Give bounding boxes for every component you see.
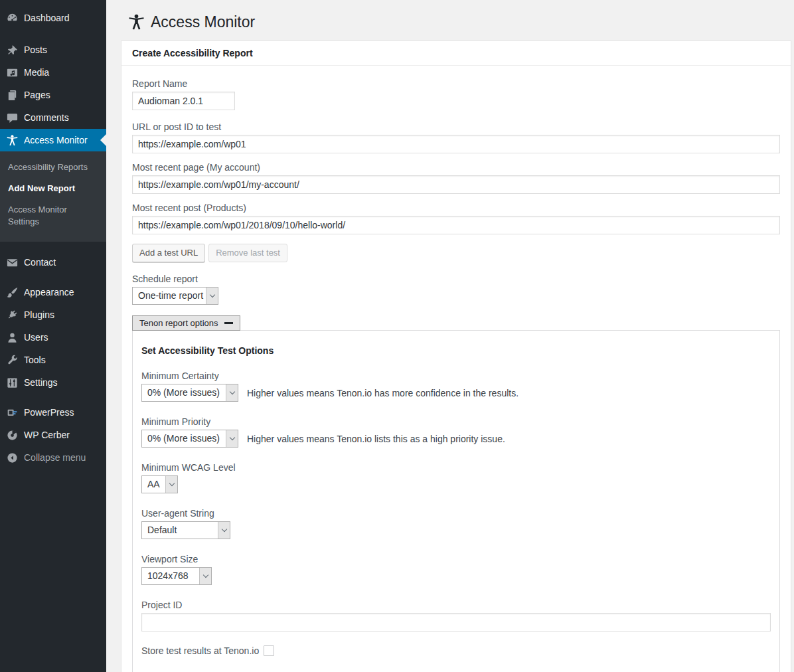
viewport-size-label: Viewport Size	[141, 554, 771, 564]
report-name-label: Report Name	[132, 78, 780, 89]
menu-separator	[0, 29, 106, 39]
media-icon	[5, 66, 19, 79]
cerber-icon	[5, 428, 19, 442]
panel-heading: Set Accessibility Test Options	[141, 345, 771, 356]
sidebar-item-settings[interactable]: Settings	[0, 371, 106, 394]
dashboard-icon	[5, 11, 19, 25]
minimum-priority-value: 0% (More issues)	[142, 430, 226, 447]
page-title: Access Monitor	[127, 13, 791, 31]
viewport-size-group: Viewport Size 1024x768	[141, 554, 771, 585]
schedule-report-label: Schedule report	[132, 274, 780, 284]
page-title-text: Access Monitor	[151, 13, 255, 31]
sidebar-item-contact[interactable]: Contact	[0, 251, 106, 274]
chevron-down-icon	[226, 384, 238, 401]
sidebar-item-label: WP Cerber	[24, 430, 70, 440]
sidebar-item-appearance[interactable]: Appearance	[0, 281, 106, 303]
minimum-certainty-group: Minimum Certainty 0% (More issues) Highe…	[141, 371, 771, 402]
user-agent-select[interactable]: Default	[141, 521, 230, 539]
schedule-report-value: One-time report	[133, 288, 206, 304]
pin-icon	[5, 43, 19, 56]
minimum-priority-select[interactable]: 0% (More issues)	[141, 430, 238, 448]
wrench-icon	[5, 353, 19, 367]
report-name-input[interactable]	[132, 92, 235, 110]
store-results-label: Store test results at Tenon.io	[141, 645, 259, 656]
user-agent-value: Default	[142, 522, 218, 539]
powerpress-icon	[5, 406, 19, 419]
store-results-checkbox[interactable]	[264, 645, 274, 656]
sidebar-item-label: Posts	[24, 44, 47, 55]
sidebar-item-comments[interactable]: Comments	[0, 106, 106, 129]
chevron-down-icon	[206, 288, 218, 304]
remove-last-test-button[interactable]: Remove last test	[208, 244, 287, 262]
sidebar-item-label: Tools	[24, 355, 46, 365]
create-report-card: Create Accessibility Report Report Name …	[121, 41, 791, 672]
comment-icon	[5, 111, 19, 124]
minimum-certainty-select[interactable]: 0% (More issues)	[141, 384, 238, 402]
sidebar-item-powerpress[interactable]: PowerPress	[0, 401, 106, 424]
menu-separator	[0, 274, 106, 281]
collapse-icon	[5, 451, 19, 464]
create-report-form: Report Name URL or post ID to test Most …	[121, 66, 791, 672]
sidebar-item-media[interactable]: Media	[0, 61, 106, 84]
sidebar-item-label: Contact	[24, 257, 56, 268]
sidebar-item-label: PowerPress	[24, 407, 74, 418]
sidebar-item-tools[interactable]: Tools	[0, 349, 106, 371]
sliders-icon	[5, 376, 19, 389]
minimum-priority-note: Higher values means Tenon.io lists this …	[247, 434, 505, 444]
minimum-priority-group: Minimum Priority 0% (More issues) Higher…	[141, 416, 771, 448]
sidebar-item-label: Access Monitor	[24, 135, 88, 145]
schedule-report-select[interactable]: One-time report	[132, 287, 218, 305]
tenon-options-panel: Set Accessibility Test Options Minimum C…	[132, 330, 780, 672]
sidebar-item-label: Media	[24, 67, 49, 78]
tenon-toggle-label: Tenon report options	[139, 318, 218, 328]
universal-access-icon	[127, 13, 145, 31]
sidebar-item-label: Comments	[24, 112, 69, 123]
sidebar-item-label: Settings	[24, 377, 58, 388]
sidebar-item-access-monitor[interactable]: Access Monitor	[0, 129, 106, 151]
admin-sidebar: Dashboard Posts Media Pages Comments Acc…	[0, 0, 106, 672]
submenu-item-accessibility-reports[interactable]: Accessibility Reports	[0, 157, 106, 178]
envelope-icon	[5, 256, 19, 269]
minimum-wcag-select[interactable]: AA	[141, 475, 178, 493]
test-url-input[interactable]	[132, 135, 780, 153]
minimum-certainty-value: 0% (More issues)	[142, 384, 226, 401]
chevron-down-icon	[226, 430, 238, 447]
sidebar-item-plugins[interactable]: Plugins	[0, 303, 106, 326]
minimum-wcag-label: Minimum WCAG Level	[141, 462, 771, 473]
viewport-size-value: 1024x768	[142, 568, 199, 584]
sidebar-item-dashboard[interactable]: Dashboard	[0, 7, 106, 29]
sidebar-item-label: Appearance	[24, 287, 74, 297]
project-id-group: Project ID	[141, 600, 771, 631]
recent-post-input[interactable]	[132, 216, 780, 234]
universal-access-icon	[5, 133, 19, 147]
submenu-item-add-new-report[interactable]: Add New Report	[0, 178, 106, 199]
user-icon	[5, 331, 19, 344]
sidebar-item-posts[interactable]: Posts	[0, 39, 106, 61]
chevron-down-icon	[165, 476, 177, 493]
project-id-label: Project ID	[141, 600, 771, 610]
minimum-certainty-note: Higher values means Tenon.io has more co…	[247, 388, 518, 398]
test-url-label: URL or post ID to test	[132, 122, 780, 132]
card-title: Create Accessibility Report	[121, 41, 791, 66]
sidebar-item-users[interactable]: Users	[0, 326, 106, 349]
sidebar-item-pages[interactable]: Pages	[0, 84, 106, 106]
test-url-buttons: Add a test URL Remove last test	[132, 244, 780, 262]
minimum-certainty-label: Minimum Certainty	[141, 371, 771, 381]
minimum-wcag-value: AA	[142, 476, 165, 493]
recent-page-input[interactable]	[132, 175, 780, 194]
chevron-down-icon	[199, 568, 211, 584]
submenu-item-access-monitor-settings[interactable]: Access Monitor Settings	[0, 199, 106, 232]
minus-icon	[224, 322, 233, 324]
chevron-down-icon	[218, 522, 230, 539]
add-test-url-button[interactable]: Add a test URL	[132, 244, 205, 262]
sidebar-item-wp-cerber[interactable]: WP Cerber	[0, 424, 106, 446]
brush-icon	[5, 286, 19, 299]
plug-icon	[5, 308, 19, 321]
minimum-priority-label: Minimum Priority	[141, 416, 771, 427]
tenon-report-options-toggle[interactable]: Tenon report options	[132, 315, 240, 331]
sidebar-item-collapse-menu[interactable]: Collapse menu	[0, 446, 106, 469]
viewport-size-select[interactable]: 1024x768	[141, 567, 212, 585]
recent-page-label: Most recent page (My account)	[132, 162, 780, 173]
active-menu-caret	[100, 134, 106, 146]
project-id-input[interactable]	[141, 613, 771, 631]
